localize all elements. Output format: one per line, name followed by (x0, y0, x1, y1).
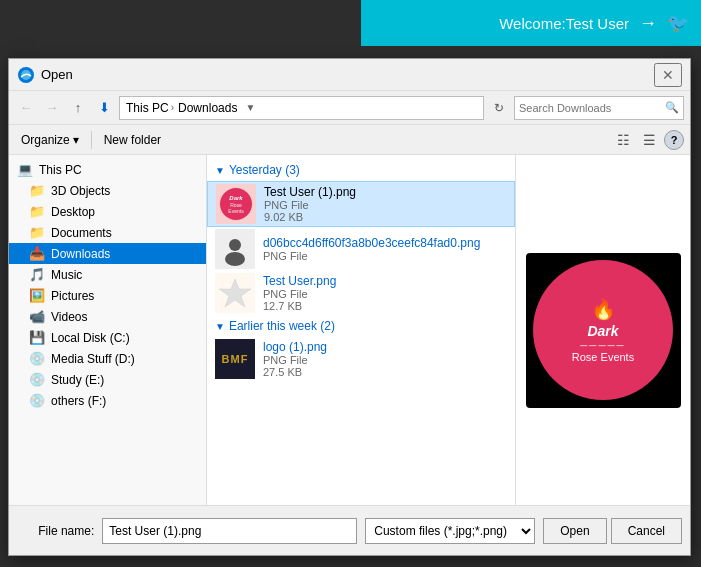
refresh-button[interactable]: ↻ (488, 97, 510, 119)
close-button[interactable]: ✕ (654, 63, 682, 87)
title-bar: Open ✕ (9, 59, 690, 91)
help-button[interactable]: ? (664, 130, 684, 150)
file-type: PNG File (263, 288, 507, 300)
address-bar[interactable]: This PC › Downloads ▼ (119, 96, 484, 120)
file-item[interactable]: Dark Rose Events Test User (1).png PNG F… (207, 181, 515, 227)
filename-input[interactable] (102, 518, 357, 544)
pictures-icon: 🖼️ (29, 288, 45, 303)
svg-text:Events: Events (228, 208, 244, 214)
sidebar-label: Pictures (51, 289, 94, 303)
sidebar-item-this-pc[interactable]: 💻 This PC (9, 159, 206, 180)
sidebar-item-media-stuff[interactable]: 💿 Media Stuff (D:) (9, 348, 206, 369)
sidebar-label: Downloads (51, 247, 110, 261)
edge-icon (17, 66, 35, 84)
sidebar-label: others (F:) (51, 394, 106, 408)
top-bar: Welcome:Test User → 🐦 (361, 0, 701, 46)
sidebar-label: Videos (51, 310, 87, 324)
videos-icon: 📹 (29, 309, 45, 324)
file-list: ▼ Yesterday (3) Dark Rose Events T (207, 155, 515, 505)
section-label: Yesterday (3) (229, 163, 300, 177)
filetype-select[interactable]: Custom files (*.jpg;*.png) (365, 518, 535, 544)
cancel-button[interactable]: Cancel (611, 518, 682, 544)
sidebar-label: 3D Objects (51, 184, 110, 198)
file-item[interactable]: d06bcc4d6ff60f3a8b0e3ceefc84fad0.png PNG… (207, 227, 515, 271)
sidebar-item-desktop[interactable]: 📁 Desktop (9, 201, 206, 222)
sidebar-label: Media Stuff (D:) (51, 352, 135, 366)
folder-icon: 📁 (29, 183, 45, 198)
drive-icon: 💿 (29, 393, 45, 408)
sidebar-item-downloads[interactable]: 📥 Downloads (9, 243, 206, 264)
drive-icon: 💿 (29, 351, 45, 366)
sidebar-item-3d-objects[interactable]: 📁 3D Objects (9, 180, 206, 201)
file-name: logo (1).png (263, 340, 507, 354)
forward-button[interactable]: → (41, 97, 63, 119)
file-area: ▼ Yesterday (3) Dark Rose Events T (207, 155, 690, 505)
file-name: Test User.png (263, 274, 507, 288)
dark-rose-brand-name: Dark (587, 323, 618, 340)
view-toggle-button[interactable]: ☷ (612, 129, 634, 151)
file-info: Test User (1).png PNG File 9.02 KB (264, 185, 506, 223)
up-button[interactable]: ↑ (67, 97, 89, 119)
address-pc: This PC (126, 101, 169, 115)
sidebar-item-videos[interactable]: 📹 Videos (9, 306, 206, 327)
file-info: logo (1).png PNG File 27.5 KB (263, 340, 507, 378)
filename-label: File name: (38, 524, 94, 538)
welcome-text: Welcome:Test User (499, 15, 629, 32)
address-segment-pc: This PC › (126, 101, 174, 115)
address-downloads: Downloads (178, 101, 237, 115)
file-item[interactable]: Test User.png PNG File 12.7 KB (207, 271, 515, 315)
file-item[interactable]: BMF logo (1).png PNG File 27.5 KB (207, 337, 515, 381)
dialog-title: Open (41, 67, 654, 82)
sidebar-item-others[interactable]: 💿 others (F:) (9, 390, 206, 411)
file-type: PNG File (263, 354, 507, 366)
new-folder-button[interactable]: New folder (98, 131, 167, 149)
view-list-button[interactable]: ☰ (638, 129, 660, 151)
sidebar-item-pictures[interactable]: 🖼️ Pictures (9, 285, 206, 306)
folder-icon: 📁 (29, 225, 45, 240)
dark-rose-preview: 🔥 Dark ───── Rose Events (533, 260, 673, 400)
sidebar-label: This PC (39, 163, 82, 177)
svg-point-7 (229, 239, 241, 251)
file-name: Test User (1).png (264, 185, 506, 199)
file-info: d06bcc4d6ff60f3a8b0e3ceefc84fad0.png PNG… (263, 236, 507, 262)
section-yesterday[interactable]: ▼ Yesterday (3) (207, 159, 515, 181)
sidebar-label: Study (E:) (51, 373, 104, 387)
drive-icon: 💾 (29, 330, 45, 345)
file-type: PNG File (263, 250, 507, 262)
svg-text:BMF: BMF (222, 353, 249, 365)
search-bar[interactable]: 🔍 (514, 96, 684, 120)
logout-icon[interactable]: → (639, 13, 657, 34)
user-icon[interactable]: 🐦 (667, 12, 689, 34)
dark-rose-tagline: Rose Events (572, 351, 634, 363)
open-button[interactable]: Open (543, 518, 606, 544)
file-size: 27.5 KB (263, 366, 507, 378)
sidebar-label: Desktop (51, 205, 95, 219)
address-dropdown-arrow[interactable]: ▼ (245, 102, 255, 113)
folder-icon: 📁 (29, 204, 45, 219)
organize-label: Organize (21, 133, 70, 147)
sidebar-item-local-disk[interactable]: 💾 Local Disk (C:) (9, 327, 206, 348)
section-label: Earlier this week (2) (229, 319, 335, 333)
sidebar-item-documents[interactable]: 📁 Documents (9, 222, 206, 243)
bottom-bar: File name: Custom files (*.jpg;*.png) Op… (9, 505, 690, 555)
search-input[interactable] (519, 102, 665, 114)
toolbar: Organize ▾ New folder ☷ ☰ ? (9, 125, 690, 155)
new-folder-label: New folder (104, 133, 161, 147)
nav-bar: ← → ↑ ⬇ This PC › Downloads ▼ ↻ 🔍 (9, 91, 690, 125)
organize-arrow: ▾ (73, 133, 79, 147)
music-icon: 🎵 (29, 267, 45, 282)
section-earlier[interactable]: ▼ Earlier this week (2) (207, 315, 515, 337)
organize-button[interactable]: Organize ▾ (15, 131, 85, 149)
sidebar-label: Documents (51, 226, 112, 240)
preview-panel: 🔥 Dark ───── Rose Events (515, 155, 690, 505)
pc-icon: 💻 (17, 162, 33, 177)
toolbar-separator (91, 131, 92, 149)
sidebar-label: Music (51, 268, 82, 282)
file-name: d06bcc4d6ff60f3a8b0e3ceefc84fad0.png (263, 236, 507, 250)
open-dialog: Open ✕ ← → ↑ ⬇ This PC › Downloads ▼ ↻ 🔍… (8, 58, 691, 556)
back-button[interactable]: ← (15, 97, 37, 119)
svg-point-8 (225, 252, 245, 266)
sidebar-item-music[interactable]: 🎵 Music (9, 264, 206, 285)
sidebar-item-study[interactable]: 💿 Study (E:) (9, 369, 206, 390)
preview-image: 🔥 Dark ───── Rose Events (526, 253, 681, 408)
